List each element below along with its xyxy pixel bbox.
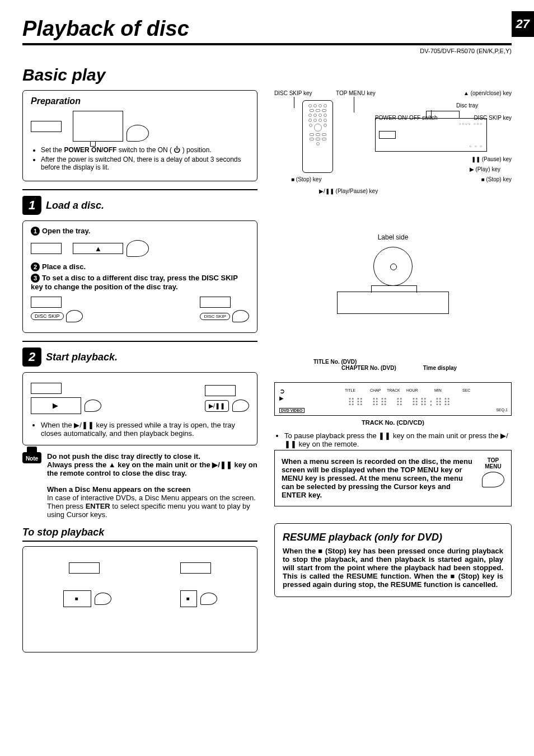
note-line1: Do not push the disc tray directly to cl…	[47, 452, 257, 461]
disc-skip-key-label: DISC SKIP	[31, 312, 64, 320]
right-column: DISC SKIP key TOP MENU key ▲ (open/close…	[274, 90, 512, 652]
hand-icon	[127, 125, 149, 142]
player-flat-icon	[337, 292, 449, 314]
hand-icon	[200, 593, 217, 605]
display-time: Time display	[423, 365, 457, 371]
load-box: 1Open the tray. ▲ 2Place a disc. 3To set…	[22, 220, 257, 333]
left-column: Preparation Set the POWER ON/OFF switch …	[22, 90, 257, 652]
resume-title: RESUME playback (only for DVD)	[283, 532, 503, 543]
remote-rect-icon	[200, 297, 231, 308]
callout-play-pause: ▶/❚❚ (Play/Pause) key	[319, 188, 378, 194]
step2-bullet: When the ▶/❚❚ key is pressed while a tra…	[41, 421, 249, 438]
remote-rect-icon	[180, 562, 211, 574]
callout-disc-tray: Disc tray	[456, 102, 478, 109]
preparation-heading: Preparation	[31, 96, 249, 106]
hand-icon	[232, 400, 249, 412]
columns: Preparation Set the POWER ON/OFF switch …	[22, 90, 512, 652]
display-title-no: TITLE No. (DVD)	[313, 359, 357, 365]
playback-box: ▶ ▶/❚❚ When the ▶/❚❚ key is	[22, 372, 257, 445]
prep-illustration	[31, 111, 249, 142]
step1-sub3: To set a disc to a different disc tray, …	[31, 274, 238, 291]
topmenu-button-illus: TOP MENU	[482, 457, 504, 487]
player-rect-icon	[31, 297, 62, 308]
prep-bullet-1: Set the POWER ON/OFF switch to the ON ( …	[41, 146, 249, 154]
key-diagram: DISC SKIP key TOP MENU key ▲ (open/close…	[274, 90, 512, 202]
section-title: Basic play	[22, 65, 512, 84]
tray-rect-icon: ▲	[73, 243, 123, 254]
player-rect-icon	[31, 243, 62, 254]
remote-rect-icon	[73, 111, 123, 142]
display-chapter-no: CHAPTER No. (DVD)	[341, 365, 396, 371]
note-line2: Always press the ▲ key on the main unit …	[47, 461, 257, 477]
stop-button-illus: ■	[180, 590, 197, 607]
disc-icon	[373, 247, 413, 286]
stop-button-illus: ■	[63, 590, 91, 607]
sub-num-2: 2	[31, 262, 40, 271]
player-unit-icon: ○○○○ ○○○ ○ ○ ○	[375, 118, 487, 152]
disc-menu-body: In case of interactive DVDs, a Disc Menu…	[47, 494, 256, 519]
hand-icon	[85, 400, 101, 412]
page: 27 Playback of disc DV-705/DVF-R5070 (EN…	[0, 0, 534, 664]
step1-sub1: Open the tray.	[42, 227, 90, 235]
player-rect-icon	[69, 562, 100, 574]
step1-header: 1 Load a disc.	[22, 196, 257, 215]
display-panel: ➲ ▶ DVD VIDEO TITLE CHAP TRACK HOUR MIN …	[274, 382, 512, 416]
callout-stop-l: ■ (Stop) key	[291, 176, 321, 182]
hand-icon	[127, 240, 149, 257]
stop-box: ■ ■	[22, 546, 257, 652]
prep-bullet-2: After the power is switched ON, there is…	[41, 156, 249, 171]
resume-body: When the ■ (Stop) key has been pressed o…	[283, 547, 503, 589]
display-digits: ⠿⠿ ⠿⠿ ⠿ ⠿⠿:⠿⠿	[348, 396, 452, 408]
step1-num: 1	[22, 196, 41, 215]
sub-num-1: 1	[31, 227, 40, 236]
callout-disc-skip: DISC SKIP key	[274, 90, 312, 96]
label-side: Label side	[274, 233, 512, 241]
preparation-box: Preparation Set the POWER ON/OFF switch …	[22, 90, 257, 181]
disc-figure	[309, 247, 477, 325]
step2-header: 2 Start playback.	[22, 348, 257, 367]
callout-top-menu: TOP MENU key	[336, 90, 376, 96]
player-rect-icon	[31, 121, 62, 132]
page-number: 27	[512, 11, 534, 37]
step1-sub2: Place a disc.	[42, 262, 86, 271]
play-button-illus: ▶	[31, 397, 81, 414]
disc-skip-key-label: DISC SKIP	[200, 313, 230, 320]
step2-num: 2	[22, 348, 41, 367]
disc-menu-heading: When a Disc Menu appears on the screen	[47, 485, 257, 494]
remote-icon	[302, 100, 333, 173]
model-code: DV-705/DVF-R5070 (EN/K,P,E,Y)	[22, 48, 512, 54]
callout-pause: ❚❚ (Pause) key	[471, 156, 512, 162]
hand-icon	[95, 593, 111, 605]
display-track-no: TRACK No. (CD/VCD)	[274, 419, 512, 426]
stop-heading: To stop playback	[22, 527, 257, 542]
step1-title: Load a disc.	[46, 200, 104, 212]
pause-instruction: To pause playback press the ❚❚ key on th…	[284, 431, 512, 448]
callout-play: ▶ (Play) key	[470, 166, 500, 172]
menu-box-text: When a menu screen is recorded on the di…	[282, 457, 476, 499]
step2-title: Start playback.	[46, 351, 118, 363]
note-row: Note Do not push the disc tray directly …	[22, 452, 257, 519]
note-icon: Note	[22, 452, 41, 463]
remote-rect-icon	[205, 385, 236, 396]
play-pause-key-icon: ▶/❚❚	[205, 400, 229, 412]
hand-icon	[66, 310, 83, 322]
sub-num-3: 3	[31, 274, 40, 283]
resume-box: RESUME playback (only for DVD) When the …	[274, 523, 512, 597]
player-rect-icon	[31, 383, 62, 394]
callout-stop-r: ■ (Stop) key	[481, 176, 512, 182]
callout-open-close: ▲ (open/close) key	[463, 90, 512, 96]
hand-icon	[232, 310, 249, 322]
main-title: Playback of disc	[22, 17, 512, 45]
menu-box: When a menu screen is recorded on the di…	[274, 450, 512, 506]
